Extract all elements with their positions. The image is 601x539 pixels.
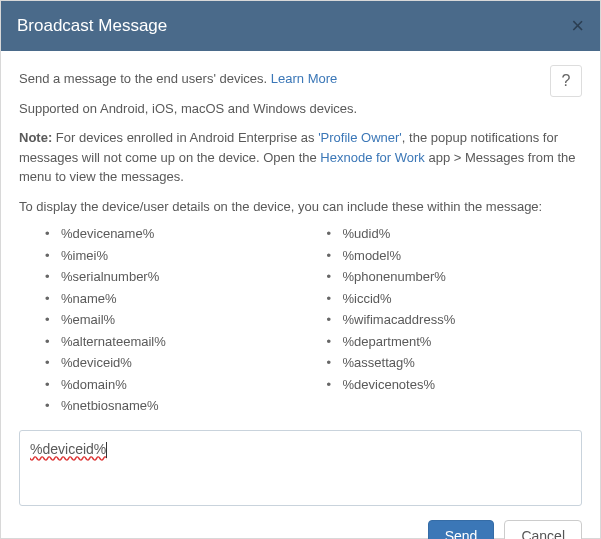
dialog-title: Broadcast Message: [17, 16, 167, 36]
list-item: %wifimacaddress%: [321, 310, 583, 330]
note-text: Note: For devices enrolled in Android En…: [19, 128, 582, 187]
list-item: %domain%: [39, 375, 301, 395]
note-label: Note:: [19, 130, 52, 145]
list-item: %alternateemail%: [39, 332, 301, 352]
dialog-body: ? Send a message to the end users' devic…: [1, 51, 600, 506]
list-item: %department%: [321, 332, 583, 352]
list-item: %imei%: [39, 246, 301, 266]
supported-devices-text: Supported on Android, iOS, macOS and Win…: [19, 99, 582, 119]
intro-text: Send a message to the end users' devices…: [19, 69, 582, 89]
list-item: %iccid%: [321, 289, 583, 309]
list-item: %phonenumber%: [321, 267, 583, 287]
close-icon[interactable]: ×: [571, 15, 584, 37]
hexnode-for-work-link[interactable]: Hexnode for Work: [320, 150, 425, 165]
cancel-button[interactable]: Cancel: [504, 520, 582, 540]
list-item: %devicename%: [39, 224, 301, 244]
placeholders-right-column: %udid% %model% %phonenumber% %iccid% %wi…: [301, 224, 583, 418]
help-button[interactable]: ?: [550, 65, 582, 97]
text-caret: [106, 442, 107, 458]
send-button[interactable]: Send: [428, 520, 495, 540]
learn-more-link[interactable]: Learn More: [271, 71, 337, 86]
list-item: %devicenotes%: [321, 375, 583, 395]
list-item: %model%: [321, 246, 583, 266]
list-item: %udid%: [321, 224, 583, 244]
list-item: %name%: [39, 289, 301, 309]
dialog-footer: Send Cancel: [1, 506, 600, 540]
placeholders-intro: To display the device/user details on th…: [19, 197, 582, 217]
list-item: %email%: [39, 310, 301, 330]
placeholders-list: %devicename% %imei% %serialnumber% %name…: [19, 224, 582, 418]
list-item: %serialnumber%: [39, 267, 301, 287]
broadcast-message-dialog: Broadcast Message × ? Send a message to …: [0, 0, 601, 539]
profile-owner-text: 'Profile Owner': [318, 130, 402, 145]
dialog-header: Broadcast Message ×: [1, 1, 600, 51]
help-icon: ?: [562, 69, 571, 93]
message-input[interactable]: %deviceid%: [19, 430, 582, 506]
list-item: %deviceid%: [39, 353, 301, 373]
placeholders-left-column: %devicename% %imei% %serialnumber% %name…: [19, 224, 301, 418]
list-item: %assettag%: [321, 353, 583, 373]
list-item: %netbiosname%: [39, 396, 301, 416]
